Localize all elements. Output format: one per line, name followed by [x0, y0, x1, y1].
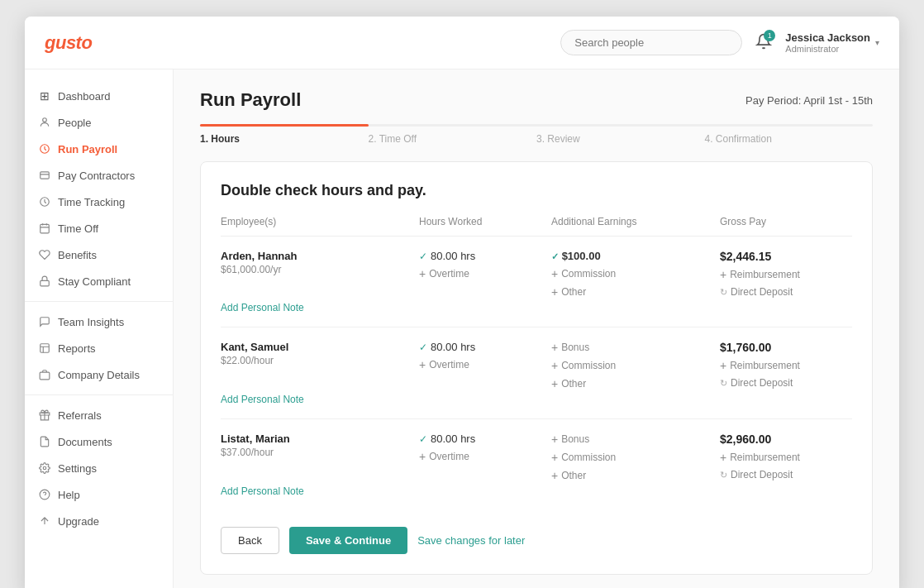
add-reimbursement-link[interactable]: + Reimbursement	[720, 268, 852, 281]
plus-icon: +	[419, 267, 426, 280]
logo: gusto	[45, 32, 92, 54]
direct-deposit-icon: ↻	[720, 287, 727, 298]
add-overtime-link[interactable]: + Overtime	[419, 358, 551, 371]
add-commission-link[interactable]: + Commission	[551, 267, 720, 280]
other-label: Other	[561, 286, 586, 298]
svg-rect-7	[40, 372, 50, 380]
reimbursement-label: Reimbursement	[730, 360, 800, 371]
add-commission-link[interactable]: + Commission	[551, 359, 720, 372]
employee-name: Kant, Samuel	[221, 341, 419, 353]
sidebar-item-time-off[interactable]: Time Off	[25, 215, 173, 241]
save-later-button[interactable]: Save changes for later	[417, 534, 525, 547]
add-overtime-link[interactable]: + Overtime	[419, 267, 551, 280]
reports-icon	[38, 342, 51, 355]
search-bar[interactable]	[560, 30, 742, 55]
employee-grid: Listat, Marian $37.00/hour ✓ 80.00 hrs +	[221, 433, 852, 482]
svg-rect-4	[40, 224, 50, 233]
payroll-card: Double check hours and pay. Employee(s) …	[200, 161, 873, 575]
check-icon: ✓	[551, 251, 559, 261]
back-button[interactable]: Back	[221, 527, 279, 554]
employee-grid: Arden, Hannah $61,000.00/yr ✓ 80.00 hrs	[221, 250, 852, 299]
sidebar-item-upgrade[interactable]: Upgrade	[25, 508, 173, 534]
direct-deposit-label: Direct Deposit	[731, 286, 793, 298]
user-info[interactable]: Jessica Jackson Administrator ▾	[785, 31, 879, 54]
employee-grid: Kant, Samuel $22.00/hour ✓ 80.00 hrs +	[221, 341, 852, 390]
settings-icon	[38, 461, 51, 475]
sidebar-item-label: Team Insights	[58, 316, 124, 328]
earnings-col: ✓ $100.00 + Commission + Other	[551, 250, 720, 299]
add-other-link[interactable]: + Other	[551, 377, 720, 390]
direct-deposit-icon: ↻	[720, 470, 727, 480]
add-other-link[interactable]: + Other	[551, 469, 720, 482]
sidebar-item-pay-contractors[interactable]: Pay Contractors	[25, 162, 173, 189]
employee-info: Kant, Samuel $22.00/hour	[221, 341, 419, 366]
add-bonus-link[interactable]: + Bonus	[551, 341, 720, 354]
bonus-label: Bonus	[561, 433, 589, 445]
add-reimbursement-link[interactable]: + Reimbursement	[720, 451, 852, 464]
plus-icon: +	[551, 267, 558, 280]
hours-main: ✓ 80.00 hrs	[419, 341, 551, 353]
add-other-link[interactable]: + Other	[551, 285, 720, 299]
sidebar-item-run-payroll[interactable]: Run Payroll	[25, 136, 173, 162]
direct-deposit-link[interactable]: ↻ Direct Deposit	[720, 469, 852, 480]
gross-amount: $2,446.15	[720, 250, 852, 263]
svg-point-8	[43, 466, 46, 470]
direct-deposit-link[interactable]: ↻ Direct Deposit	[720, 377, 852, 389]
sidebar-item-reports[interactable]: Reports	[25, 335, 173, 361]
direct-deposit-link[interactable]: ↻ Direct Deposit	[720, 286, 852, 298]
sidebar-item-label: People	[58, 117, 91, 129]
plus-icon: +	[551, 451, 558, 464]
direct-deposit-label: Direct Deposit	[731, 469, 793, 480]
hours-main: ✓ 80.00 hrs	[419, 433, 551, 445]
user-role: Administrator	[785, 44, 839, 54]
svg-rect-2	[40, 172, 50, 179]
sidebar-item-dashboard[interactable]: ⊞ Dashboard	[25, 83, 173, 109]
add-bonus-link[interactable]: + Bonus	[551, 433, 720, 446]
bonus-label: Bonus	[561, 342, 589, 353]
app-window: gusto 1 Jessica Jackson Administrator ▾	[25, 17, 899, 588]
sidebar-item-referrals[interactable]: Referrals	[25, 402, 173, 428]
col-header-hours: Hours Worked	[419, 216, 551, 227]
run-payroll-icon	[38, 142, 51, 155]
add-commission-link[interactable]: + Commission	[551, 451, 720, 464]
sidebar-item-time-tracking[interactable]: Time Tracking	[25, 189, 173, 215]
footer-actions: Back Save & Continue Save changes for la…	[221, 527, 852, 554]
notification-bell[interactable]: 1	[755, 33, 772, 52]
add-personal-note[interactable]: Add Personal Note	[221, 394, 852, 405]
search-input[interactable]	[560, 30, 742, 55]
plus-icon: +	[551, 469, 558, 482]
company-details-icon	[38, 368, 51, 381]
gross-amount: $1,760.00	[720, 341, 852, 354]
sidebar-item-benefits[interactable]: Benefits	[25, 241, 173, 268]
employee-name: Listat, Marian	[221, 433, 419, 445]
sidebar-item-label: Company Details	[58, 369, 140, 381]
add-personal-note[interactable]: Add Personal Note	[221, 485, 852, 497]
add-reimbursement-link[interactable]: + Reimbursement	[720, 359, 852, 372]
check-icon: ✓	[419, 251, 427, 262]
gross-amount: $2,960.00	[720, 433, 852, 446]
hours-col: ✓ 80.00 hrs + Overtime	[419, 433, 551, 463]
steps-labels: 1. Hours 2. Time Off 3. Review 4. Confir…	[200, 133, 873, 145]
save-continue-button[interactable]: Save & Continue	[289, 527, 407, 554]
add-overtime-link[interactable]: + Overtime	[419, 450, 551, 463]
benefits-icon	[38, 248, 51, 261]
sidebar-item-help[interactable]: Help	[25, 481, 173, 508]
sidebar-item-people[interactable]: People	[25, 109, 173, 136]
upgrade-icon	[38, 514, 51, 528]
sidebar-item-team-insights[interactable]: Team Insights	[25, 308, 173, 335]
add-personal-note[interactable]: Add Personal Note	[221, 302, 852, 313]
time-off-icon	[38, 222, 51, 235]
plus-icon: +	[551, 359, 558, 372]
plus-icon: +	[551, 377, 558, 390]
sidebar-item-company-details[interactable]: Company Details	[25, 361, 173, 388]
sidebar-item-settings[interactable]: Settings	[25, 455, 173, 481]
sidebar-item-label: Help	[58, 489, 80, 501]
sidebar-item-stay-compliant[interactable]: Stay Compliant	[25, 268, 173, 294]
sidebar-item-documents[interactable]: Documents	[25, 428, 173, 455]
dashboard-icon: ⊞	[38, 89, 51, 103]
employee-rate: $61,000.00/yr	[221, 264, 419, 275]
top-nav: gusto 1 Jessica Jackson Administrator ▾	[25, 17, 899, 69]
notification-badge: 1	[764, 30, 775, 41]
plus-icon: +	[551, 433, 558, 446]
table-row: Listat, Marian $37.00/hour ✓ 80.00 hrs +	[221, 419, 852, 510]
